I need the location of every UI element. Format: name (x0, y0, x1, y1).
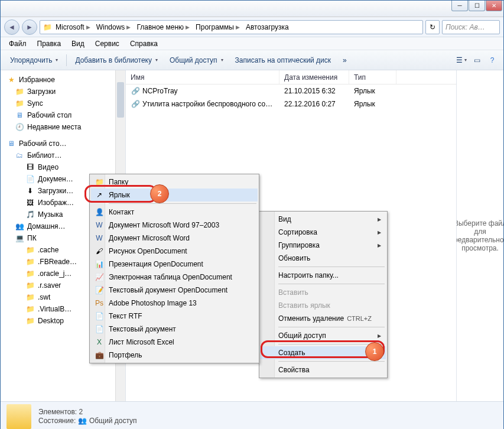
document-icon: 📄 (25, 174, 35, 184)
new-briefcase[interactable]: 💼Портфель (91, 349, 258, 362)
context-separator (278, 284, 385, 284)
close-button[interactable]: ✕ (486, 1, 502, 11)
scrollbar-thumb[interactable] (117, 82, 124, 118)
context-sort[interactable]: Сортировка (261, 226, 386, 239)
status-bar: Элементов: 2 Состояние: 👥 Общий доступ (1, 401, 503, 429)
context-label: Документ Microsoft Word (109, 234, 190, 242)
sidebar-item-sync[interactable]: 📁Sync (1, 98, 125, 109)
sidebar-item-label: Недавние места (27, 123, 81, 131)
folder-icon: 📁 (25, 257, 35, 266)
new-odtext[interactable]: 📝Текстовый документ OpenDocument (91, 284, 258, 297)
breadcrumb-item[interactable]: Автозагрузка (243, 22, 291, 32)
add-to-library-button[interactable]: Добавить в библиотеку (70, 54, 162, 67)
maximize-button[interactable]: ☐ (469, 1, 485, 11)
new-word97[interactable]: WДокумент Microsoft Word 97–2003 (91, 219, 258, 232)
new-folder[interactable]: 📁Папку (91, 176, 258, 188)
new-odsheet[interactable]: 📈Электронная таблица OpenDocument (91, 271, 258, 284)
context-undo[interactable]: Отменить удалениеCTRL+Z (261, 312, 386, 325)
context-label: Электронная таблица OpenDocument (109, 273, 232, 281)
sidebar-item-videos[interactable]: 🎞Видео (1, 161, 125, 173)
new-txt[interactable]: 📄Текстовый документ (91, 323, 258, 336)
sidebar-item-label: Sync (27, 99, 43, 108)
burn-button[interactable]: Записать на оптический диск (230, 54, 336, 67)
context-label: Настроить папку... (278, 271, 339, 280)
organize-button[interactable]: Упорядочить (5, 54, 63, 67)
context-label: Отменить удаление (278, 314, 344, 323)
more-button[interactable]: » (338, 54, 352, 67)
menu-file[interactable]: Файл (4, 38, 31, 49)
menu-edit[interactable]: Правка (32, 38, 66, 49)
context-customize[interactable]: Настроить папку... (261, 269, 386, 282)
sidebar-desktop-head[interactable]: 🖥Рабочий сто… (1, 138, 125, 150)
refresh-button[interactable]: ↻ (425, 20, 440, 34)
context-label: Adobe Photoshop Image 13 (109, 299, 197, 307)
word-icon: W (95, 220, 104, 230)
context-group[interactable]: Группировка (261, 239, 386, 252)
context-properties[interactable]: Свойства (261, 363, 386, 376)
menu-help[interactable]: Справка (125, 38, 162, 49)
navbar: ◄ ► 📁 Microsoft▶ Windows▶ Главное меню▶ … (1, 17, 503, 37)
view-options-button[interactable]: ☰ (455, 54, 468, 67)
back-button[interactable]: ◄ (4, 20, 19, 35)
sidebar-libraries-head[interactable]: 🗂Библиот… (1, 150, 125, 161)
contact-icon: 👤 (95, 207, 104, 217)
sidebar-item-downloads[interactable]: 📁Загрузки (1, 86, 125, 98)
odf-impress-icon: 📊 (95, 259, 104, 269)
odf-draw-icon: 🖌 (95, 246, 104, 256)
new-psd[interactable]: PsAdobe Photoshop Image 13 (91, 297, 258, 310)
address-bar[interactable]: 📁 Microsoft▶ Windows▶ Главное меню▶ Прог… (40, 20, 423, 34)
context-label: Портфель (109, 351, 142, 359)
new-oddraw[interactable]: 🖌Рисунок OpenDocument (91, 245, 258, 258)
help-button[interactable]: ? (486, 54, 499, 67)
breadcrumb-item[interactable]: Главное меню▶ (134, 22, 192, 32)
column-headers: Имя Дата изменения Тип (126, 70, 456, 84)
preview-pane-button[interactable]: ▭ (470, 54, 483, 67)
column-date[interactable]: Дата изменения (279, 70, 349, 84)
breadcrumb-label: Windows (96, 23, 125, 31)
chevron-right-icon: ▶ (86, 24, 90, 30)
column-name[interactable]: Имя (126, 70, 279, 84)
menu-view[interactable]: Вид (67, 38, 89, 49)
column-type[interactable]: Тип (349, 70, 396, 84)
context-view[interactable]: Вид (261, 213, 386, 226)
file-date: 22.12.2016 0:27 (279, 100, 349, 108)
file-row[interactable]: 🔗NCProTray 21.10.2015 6:32 Ярлык (126, 84, 456, 98)
folder-icon: 📁 (25, 292, 35, 302)
context-label: Вставить (278, 288, 308, 297)
context-refresh[interactable]: Обновить (261, 252, 386, 265)
share-button[interactable]: Общий доступ (165, 54, 228, 67)
folder-icon: 📁 (25, 304, 35, 314)
sidebar-item-label: Рабочий стол (27, 111, 71, 119)
folder-large-icon (6, 404, 31, 429)
breadcrumb-item[interactable]: Программы▶ (193, 22, 242, 32)
folder-icon: 📁 (15, 99, 24, 108)
search-input[interactable]: Поиск: Ав… (442, 20, 500, 34)
menu-tools[interactable]: Сервис (90, 38, 124, 49)
context-label: Вид (278, 215, 291, 223)
context-label: Обновить (278, 254, 310, 262)
breadcrumb-item[interactable]: Windows▶ (94, 22, 134, 32)
file-row[interactable]: 🔗Утилита настройки беспроводного сое… 22… (126, 98, 456, 110)
sidebar-item-desktop[interactable]: 🖥Рабочий стол (1, 109, 125, 121)
sidebar-item-recent[interactable]: 🕘Недавние места (1, 121, 125, 133)
sidebar-item-label: .swt (38, 293, 50, 301)
download-icon: ⬇ (25, 186, 35, 196)
context-create[interactable]: Создать (261, 346, 386, 359)
forward-button[interactable]: ► (22, 20, 37, 35)
desktop-icon: 🖥 (15, 110, 24, 120)
context-share[interactable]: Общий доступ (261, 329, 386, 342)
breadcrumb-item[interactable]: Microsoft▶ (53, 22, 93, 32)
context-separator (109, 203, 256, 204)
sidebar-favorites-head[interactable]: ★Избранное (1, 74, 125, 86)
sidebar-item-label: Загрузки (27, 87, 56, 96)
new-odpres[interactable]: 📊Презентация OpenDocument (91, 258, 258, 271)
sidebar-item-label: .FBReade… (38, 258, 77, 266)
new-shortcut[interactable]: ↗Ярлык (91, 188, 258, 202)
new-rtf[interactable]: 📄Текст RTF (91, 310, 258, 323)
search-placeholder: Поиск: Ав… (446, 23, 485, 31)
new-xls[interactable]: XЛист Microsoft Excel (91, 336, 258, 349)
odf-calc-icon: 📈 (95, 272, 104, 282)
new-word[interactable]: WДокумент Microsoft Word (91, 232, 258, 245)
minimize-button[interactable]: ─ (451, 1, 468, 11)
new-contact[interactable]: 👤Контакт (91, 206, 258, 219)
